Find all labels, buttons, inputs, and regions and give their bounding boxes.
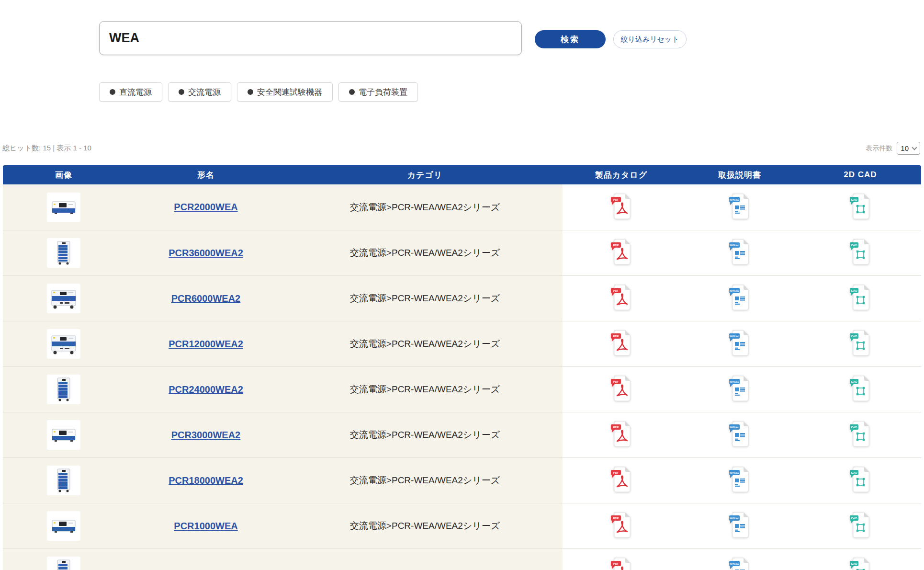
catalog-cell: PDF [563, 412, 680, 457]
table-row: PCR6000WEA2 交流電源>PCR-WEA/WEA2シリーズ PDF [3, 275, 921, 321]
search-input[interactable] [99, 21, 522, 55]
catalog-cell: PDF [563, 230, 680, 275]
pdf-catalog-icon[interactable]: PDF [610, 375, 632, 404]
pdf-catalog-icon[interactable]: PDF [610, 420, 632, 450]
image-cell [3, 184, 124, 230]
cabinet-device-image [49, 559, 78, 570]
manual-cell: MANUAL [680, 184, 800, 230]
cad-icon[interactable]: CAD [849, 420, 871, 450]
image-cell [3, 321, 124, 366]
cad-icon[interactable]: CAD [849, 511, 871, 541]
svg-text:CAD: CAD [851, 335, 858, 338]
pdf-catalog-icon[interactable]: PDF [610, 193, 632, 222]
manual-icon[interactable]: MANUAL [729, 511, 751, 541]
benchtop-device-image [49, 422, 78, 448]
category-cell [287, 549, 563, 570]
search-button[interactable]: 検索 [535, 30, 606, 48]
model-link[interactable]: PCR3000WEA2 [171, 430, 241, 441]
manual-icon[interactable]: MANUAL [729, 329, 751, 359]
svg-text:PDF: PDF [613, 244, 619, 247]
manual-cell: MANUAL [680, 458, 800, 503]
svg-text:PDF: PDF [613, 562, 619, 565]
image-cell [3, 412, 124, 457]
model-link[interactable]: PCR18000WEA2 [169, 475, 243, 486]
manual-icon[interactable]: MANUAL [729, 466, 751, 495]
header-model: 形名 [124, 165, 287, 184]
cad-icon[interactable]: CAD [849, 284, 871, 313]
image-cell [3, 276, 124, 321]
per-page-control: 表示件数 10 [866, 142, 920, 155]
model-link[interactable]: PCR12000WEA2 [169, 339, 243, 350]
image-cell [3, 549, 124, 570]
pdf-catalog-icon[interactable]: PDF [610, 238, 632, 268]
manual-icon[interactable]: MANUAL [729, 284, 751, 313]
manual-icon[interactable]: MANUAL [729, 238, 751, 268]
cad-icon[interactable]: CAD [849, 375, 871, 404]
category-cell: 交流電源>PCR-WEA/WEA2シリーズ [287, 412, 563, 457]
pdf-catalog-icon[interactable]: PDF [610, 284, 632, 313]
model-cell: PCR1000WEA [124, 503, 287, 548]
hit-count-summary: 総ヒット数: 15 | 表示 1 - 10 [2, 144, 91, 153]
filter-reset-button[interactable]: 絞り込みリセット [613, 30, 687, 48]
catalog-cell: PDF [563, 321, 680, 366]
model-link[interactable]: PCR1000WEA [174, 521, 237, 532]
category-cell: 交流電源>PCR-WEA/WEA2シリーズ [287, 367, 563, 412]
cad-cell: CAD [800, 412, 921, 457]
pdf-catalog-icon[interactable]: PDF [610, 511, 632, 541]
image-cell [3, 503, 124, 548]
per-page-select[interactable]: 10 [897, 142, 920, 155]
category-text: 交流電源>PCR-WEA/WEA2シリーズ [350, 292, 500, 305]
cad-icon[interactable]: CAD [849, 329, 871, 359]
table-row: PCR24000WEA2 交流電源>PCR-WEA/WEA2シリーズ PDF [3, 366, 921, 412]
floor-device-image [49, 285, 78, 311]
svg-text:MANUAL: MANUAL [730, 563, 739, 565]
manual-cell: MANUAL [680, 412, 800, 457]
model-link[interactable]: PCR2000WEA [174, 202, 237, 213]
svg-text:PDF: PDF [613, 289, 619, 292]
results-table: 画像 形名 カテゴリ 製品カタログ 取扱説明書 2D CAD [3, 165, 921, 570]
category-cell: 交流電源>PCR-WEA/WEA2シリーズ [287, 458, 563, 503]
table-header: 画像 形名 カテゴリ 製品カタログ 取扱説明書 2D CAD [3, 165, 921, 184]
svg-text:CAD: CAD [851, 289, 858, 292]
cabinet-device-image [49, 376, 78, 402]
filter-label: 交流電源 [188, 87, 221, 98]
filter-category-button[interactable]: 直流電源 [99, 82, 162, 102]
product-thumbnail [47, 375, 80, 404]
svg-text:CAD: CAD [851, 198, 858, 201]
cad-cell: CAD [800, 276, 921, 321]
svg-text:PDF: PDF [613, 426, 619, 429]
product-thumbnail [47, 466, 80, 495]
filter-category-button[interactable]: 電子負荷装置 [338, 82, 418, 102]
model-cell: PCR2000WEA [124, 184, 287, 230]
manual-icon[interactable]: MANUAL [729, 193, 751, 222]
filter-category-button[interactable]: 交流電源 [168, 82, 231, 102]
model-link[interactable]: PCR24000WEA2 [169, 384, 243, 395]
pdf-catalog-icon[interactable]: PDF [610, 329, 632, 359]
model-cell: PCR36000WEA2 [124, 230, 287, 275]
table-row: PCR2000WEA 交流電源>PCR-WEA/WEA2シリーズ PDF [3, 184, 921, 230]
category-text: 交流電源>PCR-WEA/WEA2シリーズ [350, 429, 500, 441]
filter-category-button[interactable]: 安全関連試験機器 [237, 82, 333, 102]
manual-icon[interactable]: MANUAL [729, 420, 751, 450]
model-link[interactable]: PCR36000WEA2 [169, 248, 243, 259]
manual-cell: MANUAL [680, 549, 800, 570]
cad-icon[interactable]: CAD [849, 193, 871, 222]
manual-cell: MANUAL [680, 230, 800, 275]
category-cell: 交流電源>PCR-WEA/WEA2シリーズ [287, 230, 563, 275]
cad-icon[interactable]: CAD [849, 466, 871, 495]
category-text: 交流電源>PCR-WEA/WEA2シリーズ [350, 247, 500, 259]
pdf-catalog-icon[interactable]: PDF [610, 466, 632, 495]
cad-icon[interactable]: CAD [849, 557, 871, 570]
category-cell: 交流電源>PCR-WEA/WEA2シリーズ [287, 321, 563, 366]
category-cell: 交流電源>PCR-WEA/WEA2シリーズ [287, 276, 563, 321]
svg-text:MANUAL: MANUAL [730, 517, 739, 520]
manual-icon[interactable]: MANUAL [729, 375, 751, 404]
cad-cell: CAD [800, 184, 921, 230]
cad-cell: CAD [800, 321, 921, 366]
table-row: PCR1000WEA 交流電源>PCR-WEA/WEA2シリーズ PDF [3, 503, 921, 548]
pdf-catalog-icon[interactable]: PDF [610, 557, 632, 570]
model-link[interactable]: PCR6000WEA2 [171, 293, 241, 304]
filter-buttons: 直流電源 交流電源 安全関連試験機器 電子負荷装置 [99, 82, 418, 102]
cad-icon[interactable]: CAD [849, 238, 871, 268]
manual-icon[interactable]: MANUAL [729, 557, 751, 570]
